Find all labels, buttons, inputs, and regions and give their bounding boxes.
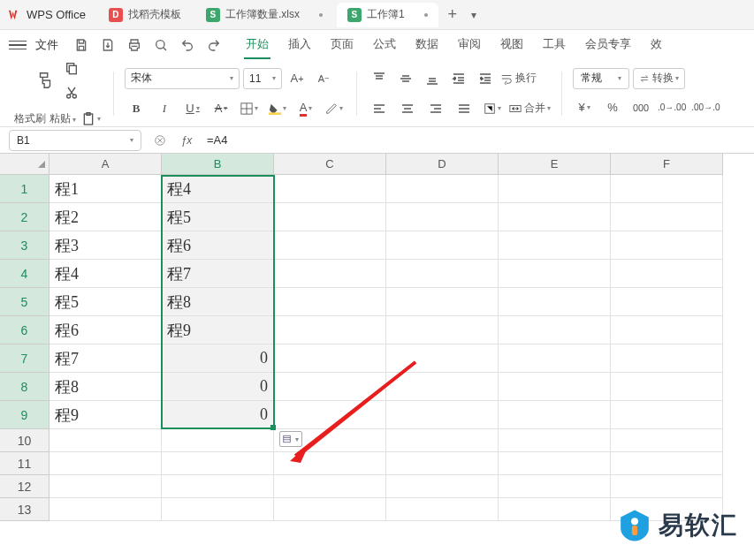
cell[interactable]: 程8 [50, 373, 162, 401]
cell[interactable] [499, 231, 611, 260]
tab-more[interactable]: 效 [649, 31, 664, 59]
cell[interactable] [274, 231, 386, 260]
cell[interactable] [386, 175, 499, 203]
tab-page[interactable]: 页面 [329, 31, 355, 59]
cell[interactable] [274, 260, 386, 288]
export-icon[interactable] [98, 35, 118, 55]
italic-button[interactable]: I [153, 97, 176, 120]
cell[interactable]: 程5 [50, 288, 162, 316]
cell[interactable] [386, 260, 499, 288]
clear-format-button[interactable]: ▾ [323, 97, 346, 120]
align-center-icon[interactable] [396, 97, 419, 120]
cell[interactable]: 0 [162, 373, 274, 401]
cancel-formula-icon[interactable] [152, 132, 168, 148]
col-header-e[interactable]: E [499, 154, 611, 175]
cell[interactable] [50, 452, 162, 475]
cell[interactable]: 程6 [50, 316, 162, 344]
cell[interactable] [162, 475, 274, 498]
align-middle-icon[interactable] [394, 67, 417, 90]
col-header-b[interactable]: B [162, 154, 274, 175]
underline-button[interactable]: U▾ [181, 97, 204, 120]
cell[interactable] [499, 452, 611, 475]
cell[interactable] [611, 288, 723, 316]
cell[interactable] [274, 288, 386, 316]
decrease-indent-icon[interactable] [447, 67, 470, 90]
col-header-a[interactable]: A [50, 154, 162, 175]
cell[interactable]: 0 [162, 344, 274, 373]
format-painter-icon[interactable] [34, 69, 57, 92]
tab-review[interactable]: 审阅 [456, 31, 483, 59]
cell[interactable] [611, 316, 723, 344]
row-header[interactable]: 5 [0, 288, 50, 316]
align-right-icon[interactable] [424, 97, 447, 120]
tab-formula[interactable]: 公式 [371, 31, 398, 59]
strikethrough-button[interactable]: A▾ [209, 97, 232, 120]
cell[interactable] [611, 373, 723, 401]
currency-icon[interactable]: ¥▾ [573, 96, 596, 119]
fill-color-button[interactable]: ▾ [266, 97, 289, 120]
cell[interactable] [386, 373, 499, 401]
redo-icon[interactable] [204, 35, 224, 55]
cell[interactable] [499, 175, 611, 203]
row-header[interactable]: 10 [0, 429, 50, 452]
cell[interactable] [274, 498, 386, 521]
cell[interactable] [499, 288, 611, 316]
col-header-c[interactable]: C [274, 154, 386, 175]
cell[interactable] [386, 452, 499, 475]
cell[interactable] [50, 475, 162, 498]
cell[interactable] [386, 475, 499, 498]
cell[interactable] [386, 288, 499, 316]
cell[interactable] [274, 401, 386, 429]
number-format-select[interactable]: 常规▾ [573, 68, 629, 89]
tab-workbook-count[interactable]: S 工作簿数量.xlsx [195, 3, 333, 27]
align-left-icon[interactable] [368, 97, 391, 120]
font-color-button[interactable]: A▾ [294, 97, 317, 120]
row-header[interactable]: 2 [0, 203, 50, 231]
tab-view[interactable]: 视图 [499, 31, 525, 59]
cell[interactable] [611, 231, 723, 260]
hamburger-icon[interactable] [9, 36, 27, 54]
cell[interactable]: 程4 [50, 260, 162, 288]
cell[interactable] [274, 452, 386, 475]
save-icon[interactable] [72, 35, 91, 55]
cell[interactable] [162, 498, 274, 521]
select-all-corner[interactable] [0, 154, 50, 175]
cell[interactable] [499, 260, 611, 288]
align-top-icon[interactable] [368, 67, 391, 90]
cell[interactable]: 程2 [50, 203, 162, 231]
merge-cells-button[interactable]: 合并▾ [509, 97, 551, 120]
cell[interactable] [499, 475, 611, 498]
cell[interactable] [50, 429, 162, 452]
col-header-f[interactable]: F [611, 154, 723, 175]
cell[interactable]: 0 [162, 401, 274, 429]
cell[interactable] [611, 175, 723, 203]
cell[interactable]: 程7 [50, 344, 162, 373]
wrap-text-button[interactable]: 换行 [500, 67, 537, 90]
justify-icon[interactable] [453, 97, 476, 120]
tab-templates[interactable]: D 找稻壳模板 [98, 3, 192, 27]
orientation-icon[interactable]: ▾ [481, 97, 504, 120]
cell[interactable] [499, 373, 611, 401]
cell[interactable] [499, 429, 611, 452]
cut-icon[interactable] [60, 81, 83, 104]
cell[interactable] [611, 429, 723, 452]
cell[interactable]: 程5 [162, 203, 274, 231]
cell[interactable]: 程6 [162, 231, 274, 260]
cell[interactable] [611, 344, 723, 373]
cell[interactable] [386, 203, 499, 231]
cell[interactable] [611, 260, 723, 288]
decrease-font-icon[interactable]: A− [312, 67, 335, 90]
row-header[interactable]: 1 [0, 175, 50, 203]
row-header[interactable]: 4 [0, 260, 50, 288]
cell[interactable] [499, 498, 611, 521]
cell[interactable] [386, 316, 499, 344]
row-header[interactable]: 8 [0, 373, 50, 401]
cell[interactable] [386, 344, 499, 373]
bold-button[interactable]: B [125, 97, 148, 120]
tab-home[interactable]: 开始 [244, 31, 270, 59]
cell[interactable]: 程1 [50, 175, 162, 203]
tab-workbook-1[interactable]: S 工作簿1 [337, 3, 438, 27]
cell[interactable] [499, 401, 611, 429]
decrease-decimal-icon[interactable]: .0→.00 [658, 96, 686, 119]
copy-icon[interactable] [60, 57, 83, 79]
